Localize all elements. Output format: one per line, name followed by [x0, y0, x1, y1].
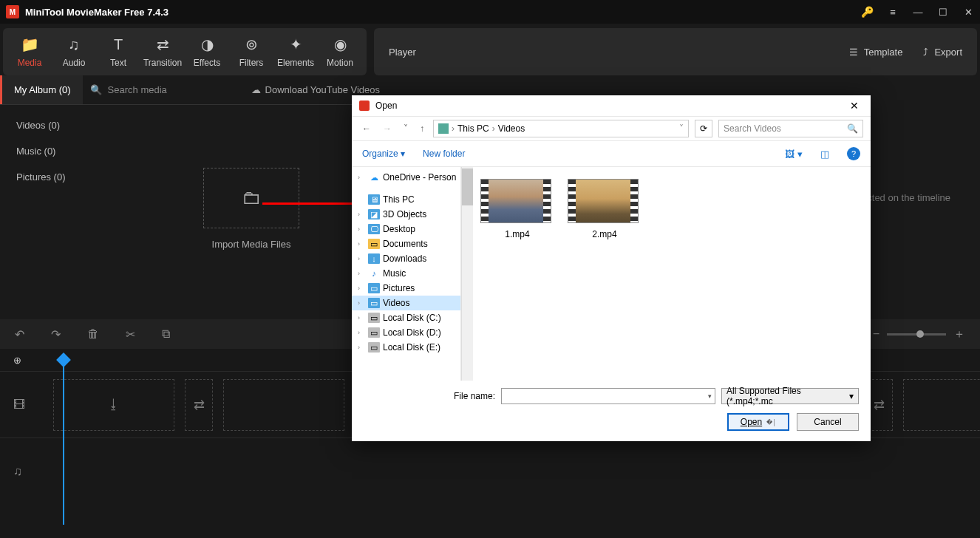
- media-panel: My Album (0) 🔍 Search media ☁ Download Y…: [0, 75, 392, 319]
- tab-motion[interactable]: ◉Motion: [318, 33, 362, 71]
- audio-track[interactable]: ♫: [0, 437, 980, 504]
- player-label: Player: [389, 47, 416, 58]
- new-folder-button[interactable]: New folder: [423, 149, 465, 159]
- tree-pictures[interactable]: ›▭Pictures: [352, 281, 460, 296]
- music-note-icon: ♫: [69, 36, 80, 53]
- side-music[interactable]: Music (0): [0, 138, 111, 164]
- tab-effects[interactable]: ◑Effects: [185, 33, 229, 71]
- folder-icon: 📁: [21, 35, 39, 53]
- tree-desktop[interactable]: ›🖵Desktop: [352, 222, 460, 236]
- open-button[interactable]: Open�│: [727, 413, 789, 431]
- file-name-label: File name:: [454, 391, 495, 401]
- downloads-icon: ↓: [368, 253, 380, 264]
- side-videos[interactable]: Videos (0): [0, 112, 111, 138]
- zoom-in-icon[interactable]: ＋: [953, 327, 965, 342]
- main-toolbar: 📁Media ♫Audio TText ⇄Transition ◑Effects…: [0, 24, 980, 75]
- dialog-search[interactable]: Search Videos 🔍: [718, 120, 863, 137]
- cloud-download-icon: ☁: [251, 84, 261, 95]
- breadcrumb[interactable]: › This PC › Videos ˅: [433, 120, 689, 137]
- tree-downloads[interactable]: ›↓Downloads: [352, 251, 460, 266]
- organize-button[interactable]: Organize ▾: [362, 149, 405, 159]
- tab-filters-label: Filters: [239, 58, 264, 68]
- 3d-icon: ◪: [368, 209, 380, 219]
- clip-placeholder[interactable]: ⭳: [53, 379, 174, 431]
- tree-scrollbar[interactable]: [461, 167, 473, 381]
- clip-placeholder[interactable]: [903, 379, 980, 431]
- tab-my-album[interactable]: My Album (0): [0, 75, 83, 104]
- download-youtube-link[interactable]: ☁ Download YouTube Videos: [251, 84, 392, 95]
- tree-3d-objects[interactable]: ›◪3D Objects: [352, 207, 460, 222]
- upload-icon: ⤴: [923, 47, 928, 58]
- chevron-down-icon[interactable]: ▾: [708, 392, 712, 400]
- tree-this-pc[interactable]: 🖥This PC: [352, 192, 460, 207]
- search-media[interactable]: 🔍 Search media: [83, 84, 251, 95]
- dialog-close-icon[interactable]: ✕: [845, 98, 863, 113]
- cut-icon[interactable]: ✂: [126, 327, 135, 341]
- add-track-icon[interactable]: ⊕: [13, 355, 21, 366]
- disk-icon: ▭: [368, 327, 380, 338]
- refresh-button[interactable]: ⟳: [695, 120, 712, 137]
- file-item[interactable]: 2.mp4: [568, 179, 642, 239]
- key-icon[interactable]: 🔑: [861, 6, 874, 18]
- tab-elements[interactable]: ✦Elements: [273, 33, 318, 71]
- file-item[interactable]: 1.mp4: [480, 179, 554, 239]
- menu-icon[interactable]: ≡: [887, 7, 899, 18]
- folder-tree: ›☁OneDrive - Person 🖥This PC ›◪3D Object…: [352, 167, 461, 381]
- nav-back-icon[interactable]: ←: [359, 122, 374, 135]
- dialog-search-placeholder: Search Videos: [724, 123, 781, 134]
- tab-media[interactable]: 📁Media: [7, 33, 52, 71]
- transition-slot[interactable]: ⇄: [185, 379, 213, 431]
- tree-documents[interactable]: ›▭Documents: [352, 236, 460, 251]
- view-options-icon[interactable]: 🖼 ▾: [785, 149, 803, 160]
- delete-icon[interactable]: 🗑: [87, 327, 99, 341]
- tab-motion-label: Motion: [327, 58, 353, 68]
- help-icon[interactable]: ?: [847, 147, 860, 160]
- file-filter-select[interactable]: All Supported Files (*.mp4;*.mc▾: [721, 388, 859, 404]
- tab-filters[interactable]: ⊚Filters: [229, 33, 273, 71]
- tab-audio[interactable]: ♫Audio: [52, 33, 96, 71]
- nav-recent-icon[interactable]: ˅: [401, 122, 411, 135]
- playhead[interactable]: [58, 355, 69, 365]
- file-name: 1.mp4: [480, 229, 554, 239]
- tree-music[interactable]: ›♪Music: [352, 266, 460, 281]
- tree-onedrive[interactable]: ›☁OneDrive - Person: [352, 170, 460, 185]
- cloud-icon: ☁: [368, 172, 380, 183]
- clip-placeholder[interactable]: [223, 379, 344, 431]
- nav-up-icon[interactable]: ↑: [417, 122, 427, 135]
- pictures-icon: ▭: [368, 283, 380, 293]
- tab-audio-label: Audio: [63, 58, 86, 68]
- close-icon[interactable]: ✕: [962, 7, 974, 18]
- zoom-out-icon[interactable]: −: [873, 327, 879, 341]
- dialog-logo: [359, 101, 370, 111]
- undo-icon[interactable]: ↶: [15, 327, 24, 341]
- template-button[interactable]: ☰Template: [849, 47, 903, 58]
- download-youtube-label: Download YouTube Videos: [265, 84, 380, 95]
- redo-icon[interactable]: ↷: [51, 327, 61, 341]
- preview-pane-icon[interactable]: ◫: [820, 149, 829, 160]
- tree-disk-c[interactable]: ›▭Local Disk (C:): [352, 310, 460, 325]
- tree-videos[interactable]: ›▭Videos: [352, 296, 460, 310]
- export-button[interactable]: ⤴Export: [923, 47, 962, 58]
- media-side-list: Videos (0) Music (0) Pictures (0): [0, 105, 111, 312]
- zoom-slider[interactable]: − ＋: [873, 327, 965, 342]
- file-name-input[interactable]: ▾: [501, 388, 715, 404]
- tree-disk-e[interactable]: ›▭Local Disk (E:): [352, 340, 460, 355]
- cancel-button[interactable]: Cancel: [797, 413, 859, 431]
- nav-forward-icon[interactable]: →: [380, 122, 395, 135]
- app-logo: M: [6, 5, 19, 18]
- tab-transition[interactable]: ⇄Transition: [140, 33, 185, 71]
- export-label: Export: [934, 47, 962, 58]
- chevron-down-icon[interactable]: ˅: [679, 123, 684, 134]
- tab-text[interactable]: TText: [96, 33, 140, 71]
- side-pictures[interactable]: Pictures (0): [0, 164, 111, 190]
- titlebar: M MiniTool MovieMaker Free 7.4.3 🔑 ≡ — ☐…: [0, 0, 980, 24]
- minimize-icon[interactable]: —: [912, 7, 924, 18]
- transition-icon: ⇄: [157, 35, 169, 53]
- import-media-box[interactable]: 🗀: [203, 168, 299, 228]
- search-icon: 🔍: [90, 84, 102, 95]
- tree-disk-d[interactable]: ›▭Local Disk (D:): [352, 325, 460, 340]
- crumb-this-pc[interactable]: This PC: [457, 123, 489, 134]
- crop-icon[interactable]: ⧉: [162, 327, 170, 341]
- crumb-videos[interactable]: Videos: [498, 123, 525, 134]
- maximize-icon[interactable]: ☐: [937, 7, 949, 18]
